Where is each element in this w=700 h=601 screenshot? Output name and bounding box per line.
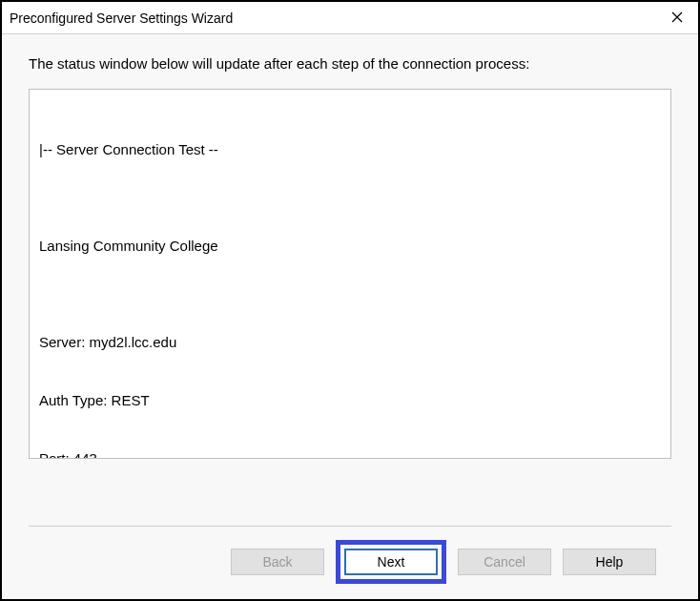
close-button[interactable] [656,2,698,34]
wizard-content: The status window below will update afte… [2,34,698,599]
close-icon [671,10,683,27]
next-button[interactable]: Next [344,549,438,575]
button-row: Back Next Cancel Help [29,527,671,599]
window-title: Preconfigured Server Settings Wizard [10,10,233,26]
next-highlight: Next [336,540,446,584]
cancel-button[interactable]: Cancel [458,549,551,575]
status-output[interactable]: |-- Server Connection Test -- Lansing Co… [29,89,671,459]
status-line: Lansing Community College [39,237,661,256]
status-line: Server: myd2l.lcc.edu [39,333,661,352]
status-line: Auth Type: REST [39,391,661,410]
back-button[interactable]: Back [231,549,324,575]
help-button[interactable]: Help [563,549,656,575]
status-line: Port: 443 [39,449,661,460]
spacer [29,459,671,526]
intro-text: The status window below will update afte… [29,55,671,72]
status-line: |-- Server Connection Test -- [39,140,661,159]
titlebar: Preconfigured Server Settings Wizard [2,2,698,34]
